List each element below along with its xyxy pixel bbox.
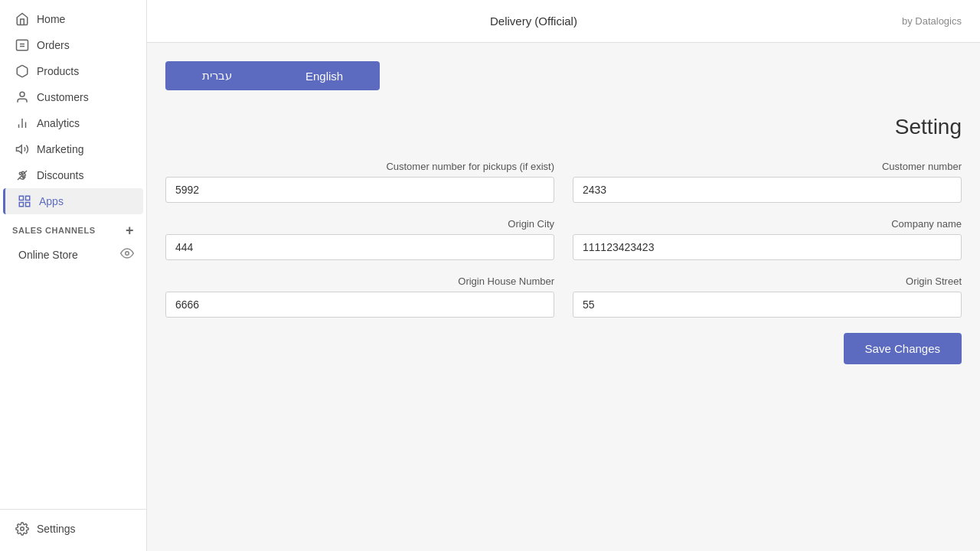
form-col-company-name: Company name bbox=[564, 218, 962, 260]
sidebar: Home Orders Products Customers Analytics bbox=[0, 0, 147, 551]
pickups-label: Customer number for pickups (if exist) bbox=[165, 161, 554, 172]
hebrew-button[interactable]: עברית bbox=[165, 61, 269, 90]
sidebar-item-settings-label: Settings bbox=[37, 523, 76, 535]
pickups-input[interactable] bbox=[165, 177, 554, 203]
online-store-icons bbox=[120, 246, 134, 262]
sidebar-bottom: Settings bbox=[0, 509, 146, 551]
topbar: Delivery (Official) by Datalogics bbox=[147, 0, 980, 43]
svg-rect-13 bbox=[26, 203, 30, 207]
sidebar-item-discounts-label: Discounts bbox=[37, 169, 83, 181]
discounts-icon bbox=[15, 168, 29, 182]
svg-rect-14 bbox=[19, 203, 23, 207]
form-col-house-number: Origin House Number bbox=[165, 276, 564, 318]
sidebar-item-customers[interactable]: Customers bbox=[3, 84, 143, 110]
origin-city-input[interactable] bbox=[165, 234, 554, 260]
save-button-row: Save Changes bbox=[165, 333, 962, 364]
form-row-city-company: Origin City Company name bbox=[165, 218, 962, 260]
svg-point-3 bbox=[20, 92, 24, 96]
sidebar-item-apps-label: Apps bbox=[39, 195, 64, 207]
customers-icon bbox=[15, 90, 29, 104]
sidebar-item-settings[interactable]: Settings bbox=[3, 516, 143, 542]
form-col-customer-number: Customer number bbox=[564, 161, 962, 203]
topbar-title: Delivery (Official) bbox=[490, 15, 577, 28]
add-sales-channel-icon[interactable]: + bbox=[126, 223, 134, 237]
home-icon bbox=[15, 12, 29, 26]
sidebar-item-orders-label: Orders bbox=[37, 39, 70, 51]
analytics-icon bbox=[15, 116, 29, 130]
settings-panel: Setting Customer number for pickups (if … bbox=[165, 115, 962, 364]
form-col-pickups: Customer number for pickups (if exist) bbox=[165, 161, 564, 203]
sidebar-item-orders[interactable]: Orders bbox=[3, 32, 143, 58]
eye-icon bbox=[120, 246, 134, 262]
topbar-subtitle: by Datalogics bbox=[902, 15, 962, 27]
sidebar-item-analytics[interactable]: Analytics bbox=[3, 110, 143, 136]
sidebar-item-home[interactable]: Home bbox=[3, 6, 143, 32]
sidebar-item-products[interactable]: Products bbox=[3, 58, 143, 84]
language-switcher: עברית English bbox=[165, 61, 962, 90]
orders-icon bbox=[15, 38, 29, 52]
form-col-origin-street: Origin Street bbox=[564, 276, 962, 318]
svg-point-16 bbox=[21, 527, 24, 531]
svg-rect-11 bbox=[19, 196, 23, 200]
svg-rect-12 bbox=[26, 196, 30, 200]
sidebar-item-marketing[interactable]: Marketing bbox=[3, 136, 143, 162]
svg-rect-0 bbox=[17, 40, 28, 51]
sidebar-item-analytics-label: Analytics bbox=[37, 117, 80, 129]
origin-house-number-input[interactable] bbox=[165, 292, 554, 318]
sales-channels-label: SALES CHANNELS bbox=[12, 226, 96, 235]
origin-street-label: Origin Street bbox=[573, 276, 962, 287]
origin-city-label: Origin City bbox=[165, 218, 554, 230]
form-row-customer-numbers: Customer number for pickups (if exist) C… bbox=[165, 161, 962, 203]
sidebar-item-apps[interactable]: Apps bbox=[3, 188, 143, 214]
content-area: עברית English Setting Customer number fo… bbox=[147, 43, 980, 551]
svg-point-15 bbox=[126, 252, 129, 256]
settings-icon bbox=[15, 522, 29, 536]
sales-channels-header: SALES CHANNELS + bbox=[0, 214, 146, 240]
origin-house-number-label: Origin House Number bbox=[165, 276, 554, 287]
sidebar-item-home-label: Home bbox=[37, 13, 65, 25]
origin-street-input[interactable] bbox=[573, 292, 962, 318]
form-row-house-street: Origin House Number Origin Street bbox=[165, 276, 962, 318]
svg-marker-7 bbox=[17, 145, 22, 154]
settings-title: Setting bbox=[165, 115, 962, 139]
form-col-origin-city: Origin City bbox=[165, 218, 564, 260]
company-name-input[interactable] bbox=[573, 234, 962, 260]
customer-number-input[interactable] bbox=[573, 177, 962, 203]
company-name-label: Company name bbox=[573, 218, 962, 230]
products-icon bbox=[15, 64, 29, 78]
main-content: Delivery (Official) by Datalogics עברית … bbox=[147, 0, 980, 551]
sidebar-item-customers-label: Customers bbox=[37, 91, 89, 103]
sidebar-item-discounts[interactable]: Discounts bbox=[3, 162, 143, 188]
apps-icon bbox=[18, 194, 31, 208]
sidebar-item-marketing-label: Marketing bbox=[37, 143, 83, 155]
english-button[interactable]: English bbox=[269, 61, 380, 90]
marketing-icon bbox=[15, 142, 29, 156]
online-store-label: Online Store bbox=[18, 249, 78, 261]
sidebar-item-products-label: Products bbox=[37, 65, 79, 77]
sidebar-item-online-store[interactable]: Online Store bbox=[0, 240, 146, 269]
save-changes-button[interactable]: Save Changes bbox=[844, 333, 962, 364]
sidebar-nav: Home Orders Products Customers Analytics bbox=[0, 0, 146, 509]
customer-number-label: Customer number bbox=[573, 161, 962, 172]
